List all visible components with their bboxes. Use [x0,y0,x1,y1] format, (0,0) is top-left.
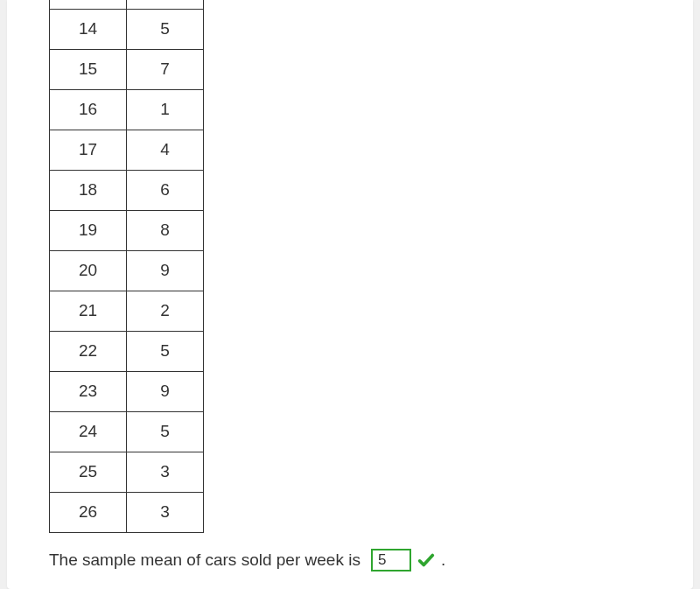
table-row: 25 3 [50,452,204,492]
table-cell: 6 [127,170,204,210]
table-row: 17 4 [50,130,204,170]
table-cell: 5 [127,331,204,371]
table-cell [50,0,127,9]
table-cell: 8 [127,210,204,250]
table-cell: 16 [50,89,127,130]
table-cell: 14 [50,9,127,49]
table-cell: 19 [50,210,127,250]
table-row: 24 5 [50,411,204,452]
table-cell: 5 [127,411,204,452]
table-cell [127,0,204,9]
table-row: 16 1 [50,89,204,130]
table-cell: 24 [50,411,127,452]
sentence-text: The sample mean of cars sold per week is [49,550,360,570]
checkmark-icon [416,550,436,570]
table-cell: 4 [127,130,204,170]
content-card: 14 5 15 7 16 1 17 4 18 6 19 8 20 9 21 2 [7,0,693,589]
table-cell: 22 [50,331,127,371]
table-cell: 7 [127,49,204,89]
answer-sentence: The sample mean of cars sold per week is… [49,549,693,571]
table-cell: 9 [127,371,204,411]
table-cell: 21 [50,291,127,331]
table-cell: 3 [127,452,204,492]
table-row: 14 5 [50,9,204,49]
table-row: 19 8 [50,210,204,250]
table-row: 26 3 [50,492,204,532]
table-cell: 3 [127,492,204,532]
answer-input[interactable]: 5 [371,549,411,571]
table-cell: 20 [50,250,127,291]
table-row: 20 9 [50,250,204,291]
table-cell: 2 [127,291,204,331]
table-cell: 1 [127,89,204,130]
sentence-period: . [441,550,445,570]
table-row-partial [50,0,204,9]
table-cell: 15 [50,49,127,89]
table-cell: 9 [127,250,204,291]
table-cell: 5 [127,9,204,49]
data-table: 14 5 15 7 16 1 17 4 18 6 19 8 20 9 21 2 [49,0,204,533]
table-row: 15 7 [50,49,204,89]
table-cell: 18 [50,170,127,210]
table-cell: 26 [50,492,127,532]
table-cell: 25 [50,452,127,492]
table-cell: 23 [50,371,127,411]
table-cell: 17 [50,130,127,170]
table-row: 21 2 [50,291,204,331]
table-row: 23 9 [50,371,204,411]
table-row: 18 6 [50,170,204,210]
table-row: 22 5 [50,331,204,371]
